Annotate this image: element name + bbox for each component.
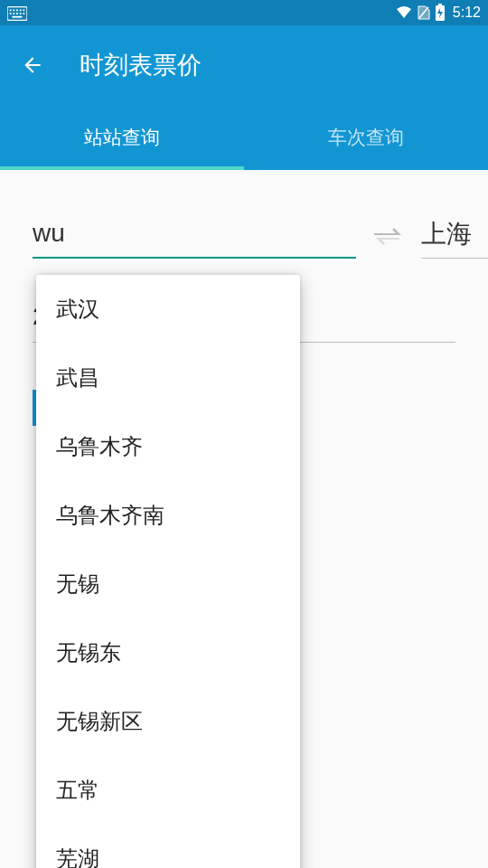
status-time: 5:12	[453, 5, 481, 21]
status-left	[7, 6, 27, 19]
svg-rect-11	[13, 16, 23, 18]
from-station-input[interactable]	[33, 212, 356, 259]
suggestion-item[interactable]: 芜湖	[36, 825, 300, 868]
swap-arrows-icon	[372, 226, 405, 246]
station-suggestions-dropdown: 武汉 武昌 乌鲁木齐 乌鲁木齐南 无锡 无锡东 无锡新区 五常 芜湖	[36, 275, 300, 868]
suggestion-item[interactable]: 无锡新区	[36, 687, 300, 756]
suggestion-item[interactable]: 无锡东	[36, 618, 300, 687]
suggestion-item[interactable]: 武汉	[36, 275, 300, 344]
suggestion-item[interactable]: 乌鲁木齐南	[36, 481, 300, 550]
svg-rect-1	[10, 9, 12, 11]
app-bar: 时刻表票价	[0, 25, 488, 105]
suggestion-item[interactable]: 武昌	[36, 344, 300, 412]
swap-stations-button[interactable]	[372, 226, 405, 259]
suggestion-item[interactable]: 乌鲁木齐	[36, 412, 300, 481]
tab-train-query[interactable]: 车次查询	[244, 105, 488, 170]
svg-rect-9	[20, 13, 22, 14]
svg-rect-5	[23, 9, 24, 11]
sim-icon	[417, 5, 431, 21]
svg-rect-14	[438, 4, 442, 5]
status-right: 5:12	[395, 4, 481, 22]
svg-rect-7	[13, 13, 14, 14]
keyboard-icon	[7, 6, 27, 19]
tab-station-query[interactable]: 站站查询	[0, 105, 244, 170]
page-title: 时刻表票价	[80, 49, 202, 81]
svg-rect-10	[23, 13, 24, 14]
arrow-back-icon	[21, 53, 44, 77]
svg-rect-4	[20, 9, 22, 11]
svg-rect-3	[16, 9, 18, 11]
wifi-icon	[395, 5, 413, 20]
to-station-input[interactable]	[421, 212, 488, 259]
station-row	[33, 212, 455, 259]
svg-rect-2	[13, 9, 14, 11]
suggestion-item[interactable]: 五常	[36, 756, 300, 825]
battery-charging-icon	[435, 4, 446, 22]
back-button[interactable]	[18, 51, 47, 80]
svg-rect-6	[10, 13, 12, 14]
status-bar: 5:12	[0, 0, 488, 25]
tabs: 站站查询 车次查询	[0, 105, 488, 170]
suggestion-item[interactable]: 无锡	[36, 550, 300, 618]
svg-rect-8	[16, 13, 18, 14]
